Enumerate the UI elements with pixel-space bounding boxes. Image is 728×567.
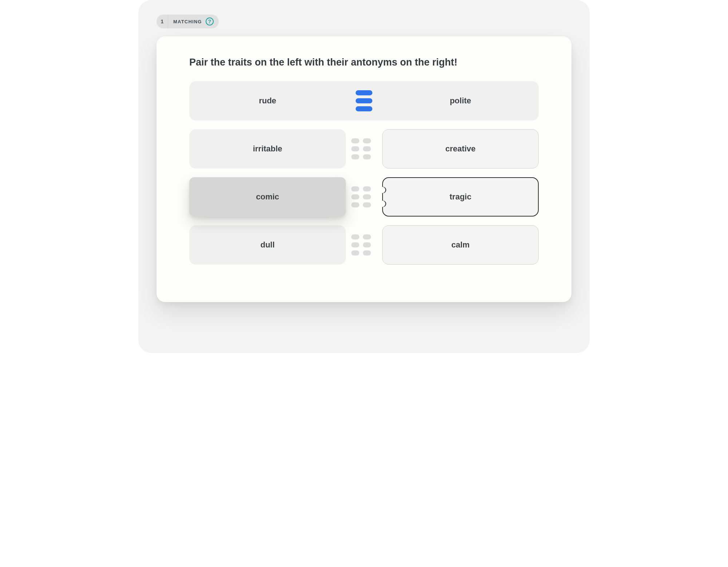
- connector-icon: [351, 186, 377, 207]
- match-row: comic tragic: [189, 177, 539, 217]
- right-tile[interactable]: creative: [382, 129, 539, 168]
- tile-label: tragic: [450, 192, 471, 202]
- match-row: dull calm: [189, 225, 539, 265]
- connector-icon: [351, 90, 377, 111]
- right-tile[interactable]: calm: [382, 225, 539, 265]
- tile-label: dull: [260, 240, 274, 250]
- tile-label: rude: [259, 96, 276, 106]
- question-number: 1: [157, 15, 168, 28]
- question-header: 1 MATCHING ?: [157, 15, 219, 28]
- match-row: rude polite: [189, 81, 539, 120]
- left-tile[interactable]: rude: [189, 81, 346, 120]
- question-prompt: Pair the traits on the left with their a…: [189, 57, 539, 68]
- connector-icon: [351, 234, 377, 255]
- tile-label: irritable: [253, 144, 282, 154]
- connector-icon: [351, 138, 377, 159]
- help-icon[interactable]: ?: [206, 17, 214, 25]
- left-tile[interactable]: dull: [189, 225, 346, 265]
- match-row: irritable creative: [189, 129, 539, 168]
- left-tile[interactable]: comic: [189, 177, 346, 217]
- right-tile[interactable]: polite: [382, 81, 539, 120]
- question-card: Pair the traits on the left with their a…: [157, 36, 571, 302]
- tile-label: polite: [450, 96, 471, 106]
- tile-label: creative: [445, 144, 475, 154]
- app-frame: 1 MATCHING ? Pair the traits on the left…: [138, 0, 590, 353]
- right-tile[interactable]: tragic: [382, 177, 539, 217]
- tile-label: comic: [256, 192, 279, 202]
- tile-label: calm: [451, 240, 470, 250]
- left-tile[interactable]: irritable: [189, 129, 346, 168]
- question-type-label: MATCHING: [168, 19, 206, 24]
- matching-rows: rude polite irritable cre: [189, 81, 539, 265]
